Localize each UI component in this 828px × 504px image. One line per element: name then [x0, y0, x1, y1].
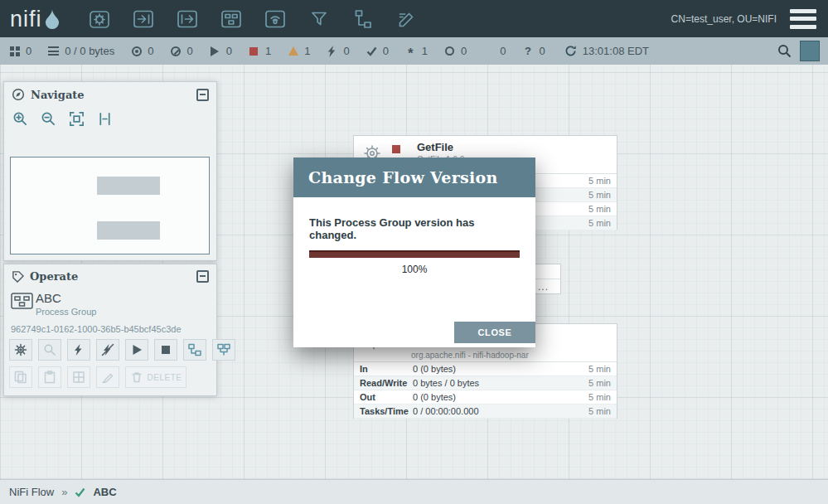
droplet-icon	[45, 8, 60, 32]
zoom-out-button[interactable]	[41, 111, 56, 127]
flow-canvas[interactable]: Navigate	[0, 65, 828, 479]
birdseye-toggle-button[interactable]	[800, 41, 820, 61]
refresh-icon[interactable]	[564, 45, 577, 57]
stat-value: 1	[265, 45, 271, 57]
template-icon[interactable]	[350, 6, 376, 32]
ungroup-button[interactable]	[212, 339, 235, 361]
close-button[interactable]: CLOSE	[454, 322, 535, 343]
delete-button[interactable]: DELETE	[125, 366, 186, 388]
birdseye-minimap[interactable]	[10, 157, 210, 254]
current-user: CN=test_user, OU=NIFI	[671, 13, 777, 25]
process-group-glyph-icon	[11, 291, 33, 314]
operate-panel: Operate ABC Process Group 962749c1-0162-…	[3, 264, 217, 396]
stat-modified-and-stale: ! 0	[482, 45, 506, 57]
processor-icon[interactable]	[86, 6, 113, 32]
label-icon[interactable]	[394, 6, 420, 32]
operate-buttons-row-1	[9, 339, 235, 361]
remote-process-group-icon[interactable]	[262, 6, 288, 32]
stat-row: Tasks/Time 0 / 00:00:00.000 5 min	[354, 405, 617, 419]
stat-row: In 0 (0 bytes) 5 min	[354, 362, 617, 376]
component-toolbar	[86, 6, 420, 32]
threads-icon	[8, 45, 21, 57]
stat-row: Out 0 (0 bytes) 5 min	[354, 390, 617, 405]
stat-running: 0	[209, 45, 232, 57]
funnel-icon[interactable]	[306, 6, 332, 32]
navigate-panel: Navigate	[3, 81, 217, 261]
processor-stats: In 0 (0 bytes) 5 min Read/Write 0 bytes …	[354, 361, 617, 419]
stat-not-transmitting: 0	[169, 45, 192, 57]
nifi-app: nifi	[0, 0, 828, 504]
zoom-in-button[interactable]	[12, 111, 28, 127]
status-bar-right	[777, 41, 820, 61]
stat-value: 0	[148, 45, 153, 57]
copy-button[interactable]	[9, 366, 32, 388]
stopped-icon	[248, 45, 260, 57]
start-button[interactable]	[125, 339, 148, 361]
group-button[interactable]	[183, 339, 206, 361]
global-menu-button[interactable]	[790, 9, 816, 29]
stat-value: 0 / 0 bytes	[65, 45, 114, 57]
minimap-component	[97, 177, 160, 195]
operate-panel-title: Operate	[30, 270, 78, 283]
breadcrumb: NiFi Flow » ABC	[0, 479, 828, 504]
running-icon	[209, 45, 221, 57]
collapse-navigate-button[interactable]	[196, 89, 209, 101]
stat-locally-modified: * 1	[404, 45, 428, 57]
breadcrumb-root[interactable]: NiFi Flow	[9, 486, 54, 498]
progress-bar	[309, 250, 520, 258]
fill-color-button[interactable]	[67, 366, 90, 388]
zoom-fit-button[interactable]	[69, 111, 85, 127]
transmitting-icon	[130, 45, 143, 57]
search-component-button[interactable]	[38, 339, 61, 361]
stopped-state-icon	[392, 145, 400, 153]
nifi-logo: nifi	[10, 2, 60, 36]
enable-button[interactable]	[67, 339, 90, 361]
stat-value: 0	[383, 45, 389, 57]
search-icon[interactable]	[777, 44, 792, 58]
stat-stopped: 1	[248, 45, 271, 57]
stat-value: 0	[26, 45, 31, 57]
stat-active-threads: 0	[8, 45, 31, 57]
configure-button[interactable]	[9, 339, 32, 361]
operate-buttons-row-2: DELETE	[9, 366, 186, 388]
nifi-logo-text: nifi	[10, 2, 42, 36]
last-refresh-time: 13:01:08 EDT	[583, 45, 649, 57]
stat-disabled: 0	[326, 45, 349, 57]
queued-icon	[47, 45, 60, 57]
stat-value: 0	[186, 45, 192, 57]
stop-button[interactable]	[154, 339, 177, 361]
operate-panel-body: ABC Process Group 962749c1-0162-1000-36b…	[4, 286, 216, 394]
minimap-component	[97, 221, 160, 240]
processor-name: GetFile	[417, 141, 453, 153]
collapse-operate-button[interactable]	[196, 270, 209, 283]
dialog-title: Change Flow Version	[293, 158, 535, 197]
disable-button[interactable]	[96, 339, 119, 361]
compass-icon	[12, 88, 25, 101]
selected-component-type: Process Group	[36, 307, 96, 317]
operate-panel-header: Operate	[4, 264, 216, 286]
disabled-icon	[326, 45, 338, 57]
zoom-actual-size-button[interactable]	[97, 111, 113, 127]
progress-percent: 100%	[309, 264, 520, 275]
question-icon: ?	[522, 45, 535, 57]
stat-invalid: 1	[287, 45, 310, 57]
stat-value: 0	[500, 45, 506, 57]
input-port-icon[interactable]	[130, 6, 157, 32]
dialog-body: This Process Group version has changed. …	[293, 197, 535, 347]
change-color-button[interactable]	[96, 366, 119, 388]
process-group-icon[interactable]	[218, 6, 245, 32]
processor-bundle: org.apache.nifi - nifi-hadoop-nar	[411, 351, 529, 360]
breadcrumb-separator: »	[61, 486, 67, 498]
stat-value: 0	[343, 45, 349, 57]
asterisk-icon: *	[404, 45, 417, 57]
stale-icon	[443, 45, 456, 57]
navigate-panel-title: Navigate	[31, 89, 85, 101]
breadcrumb-current: ABC	[93, 486, 116, 498]
trash-icon	[130, 371, 143, 384]
invalid-icon	[287, 45, 299, 57]
top-toolbar: nifi	[0, 0, 828, 37]
change-flow-version-dialog: Change Flow Version This Process Group v…	[293, 158, 535, 347]
dialog-message: This Process Group version has changed.	[309, 216, 520, 241]
output-port-icon[interactable]	[174, 6, 201, 32]
paste-button[interactable]	[38, 366, 61, 388]
